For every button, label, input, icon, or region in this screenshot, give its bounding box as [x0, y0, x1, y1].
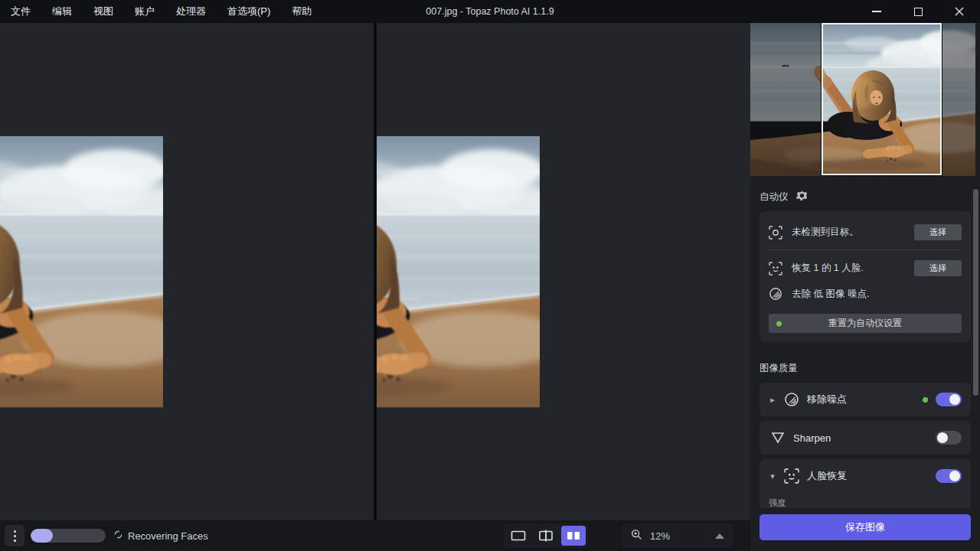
zoom-level[interactable]: 12%: [650, 530, 670, 542]
minimize-button[interactable]: [856, 0, 897, 23]
menu-processor[interactable]: 处理器: [165, 0, 217, 23]
face-select-button[interactable]: 选择: [914, 260, 962, 276]
chevron-right-icon[interactable]: ▸: [769, 395, 776, 405]
strength-label: 强度: [769, 497, 962, 508]
subject-detect-text: 未检测到目标。: [792, 226, 859, 239]
noise-summary-text: 去除 低 图像 噪点.: [792, 288, 869, 301]
single-view-button[interactable]: [506, 526, 531, 546]
menu-preferences[interactable]: 首选项(P): [217, 0, 281, 23]
subject-detect-icon: [769, 226, 782, 240]
settings-panel: 自动仪 未检测到目标。 选择: [750, 23, 980, 551]
sharpen-label: Sharpen: [793, 432, 831, 444]
thumbnail-dim-left: [750, 23, 822, 176]
face-recovery-label: 人脸恢复: [807, 469, 847, 483]
face-detect-row: 恢复 1 的 1 人脸. 选择: [769, 255, 962, 282]
chevron-down-icon[interactable]: ▾: [769, 471, 776, 481]
window-controls: [856, 0, 980, 23]
sharpen-toggle[interactable]: [936, 431, 962, 445]
noise-summary-row: 去除 低 图像 噪点.: [769, 282, 962, 306]
progress-bar: [31, 529, 106, 543]
reset-autopilot-label: 重置为自动仪设置: [828, 318, 902, 328]
comparison-canvas[interactable]: [0, 23, 750, 520]
gear-icon[interactable]: [796, 190, 808, 204]
save-area: 保存图像: [750, 508, 980, 551]
sharpen-card: Sharpen: [760, 421, 971, 455]
navigator-thumbnail[interactable]: [750, 23, 975, 176]
menu-file[interactable]: 文件: [0, 0, 41, 23]
divider: [769, 249, 962, 250]
after-image[interactable]: [377, 23, 750, 520]
noise-icon: [769, 287, 782, 301]
menu-edit[interactable]: 编辑: [41, 0, 83, 23]
view-mode-group: [504, 523, 588, 548]
status-bar: Recovering Faces 12%: [0, 520, 750, 551]
titlebar: 文件 编辑 视图 账户 处理器 首选项(P) 帮助 007.jpg - Topa…: [0, 0, 980, 23]
remove-noise-toggle[interactable]: [936, 393, 962, 406]
menu-account[interactable]: 账户: [124, 0, 165, 23]
toggle-knob: [949, 394, 960, 405]
image-quality-title: 图像质量: [760, 362, 798, 375]
thumbnail-dim-right: [942, 23, 975, 176]
subject-select-button[interactable]: 选择: [914, 224, 962, 240]
remove-noise-label: 移除噪点: [807, 393, 847, 406]
spinner-icon: [113, 530, 123, 542]
toggle-knob: [937, 432, 948, 443]
remove-noise-header[interactable]: ▸ 移除噪点: [760, 383, 971, 416]
face-detect-text: 恢复 1 的 1 人脸.: [792, 262, 864, 275]
face-detect-icon: [769, 262, 782, 276]
autopilot-dot-icon: [776, 321, 782, 326]
save-image-button[interactable]: 保存图像: [760, 514, 971, 540]
split-view-button[interactable]: [534, 526, 558, 546]
maximize-button[interactable]: [897, 0, 939, 23]
face-recovery-icon: [784, 468, 799, 484]
close-button[interactable]: [939, 0, 980, 23]
sharpen-header[interactable]: Sharpen: [760, 421, 971, 455]
menu-view[interactable]: 视图: [83, 0, 124, 23]
caret-up-icon[interactable]: [715, 533, 724, 539]
maximize-icon: [914, 8, 923, 16]
face-recovery-header[interactable]: ▾ 人脸恢复: [760, 459, 971, 493]
zoom-control[interactable]: 12%: [622, 523, 733, 548]
subject-detect-row: 未检测到目标。 选择: [769, 219, 962, 246]
minimize-icon: [872, 11, 881, 12]
panel-scrollbar[interactable]: [973, 189, 978, 396]
face-recovery-toggle[interactable]: [936, 469, 962, 483]
overflow-menu-button[interactable]: [5, 525, 24, 546]
zoom-in-icon[interactable]: [631, 529, 642, 543]
menu-bar: 文件 编辑 视图 账户 处理器 首选项(P) 帮助: [0, 0, 322, 23]
face-recovery-card: ▾ 人脸恢复 强度: [760, 459, 971, 508]
viewport-rectangle[interactable]: [822, 23, 942, 175]
face-recovery-body: 强度 100 1人脸选择 选择: [760, 493, 971, 508]
settings-scroll-area: 自动仪 未检测到目标。 选择: [750, 176, 980, 508]
autopilot-dot-icon: [923, 397, 928, 403]
progress-fill: [31, 529, 53, 543]
app-window: 文件 编辑 视图 账户 处理器 首选项(P) 帮助 007.jpg - Topa…: [0, 0, 980, 551]
window-title: 007.jpg - Topaz Photo AI 1.1.9: [426, 6, 554, 17]
autopilot-title: 自动仪: [760, 191, 789, 204]
remove-noise-icon: [784, 392, 799, 407]
toggle-knob: [949, 471, 960, 481]
side-by-side-view-button[interactable]: [561, 526, 586, 546]
before-image[interactable]: [0, 23, 374, 520]
status-text: Recovering Faces: [128, 530, 208, 542]
remove-noise-card: ▸ 移除噪点: [760, 383, 971, 416]
sharpen-icon: [770, 430, 786, 445]
close-icon: [955, 7, 964, 16]
menu-help[interactable]: 帮助: [281, 0, 322, 23]
reset-autopilot-button[interactable]: 重置为自动仪设置: [769, 314, 962, 333]
autopilot-card: 未检测到目标。 选择 恢复 1 的 1 人脸. 选择: [760, 211, 971, 342]
